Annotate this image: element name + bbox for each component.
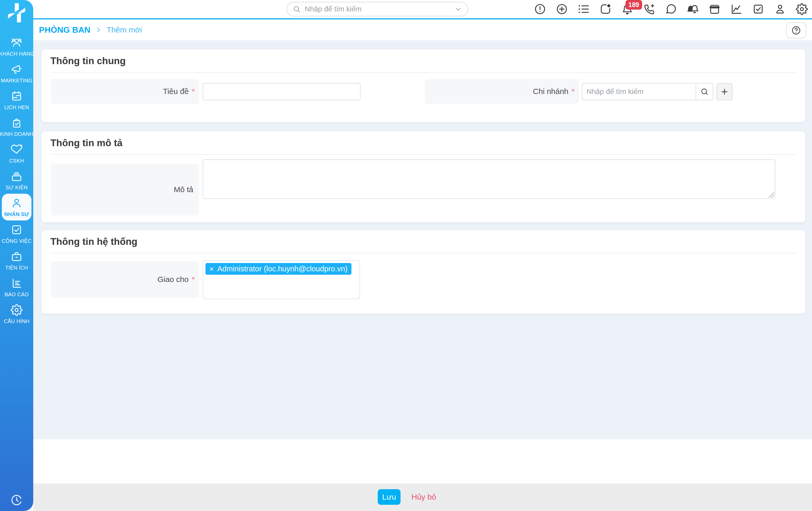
field-label-chi-nhanh: Chi nhánh * — [425, 79, 579, 104]
save-button[interactable]: Lưu — [378, 489, 401, 505]
chi-nhanh-input[interactable] — [582, 84, 696, 100]
sidebar-nav: KHÁCH HÀNG MARKETING LỊCH HẸN KINH DOANH… — [0, 33, 33, 327]
sidebar-item-cau-hinh[interactable]: CẤU HÌNH — [0, 301, 33, 327]
sidebar-item-lich-hen[interactable]: LỊCH HẸN — [0, 87, 33, 114]
field-label-mo-ta: Mô tả — [51, 163, 199, 215]
sales-bag-icon — [11, 117, 23, 129]
customers-icon — [11, 37, 23, 49]
sidebar-item-label: MARKETING — [1, 78, 32, 84]
required-marker: * — [572, 87, 575, 96]
sidebar-item-label: LỊCH HẸN — [4, 104, 29, 110]
report-icon — [11, 277, 23, 289]
assignee-tag-label: Administrator (loc.huynh@cloudpro.vn) — [218, 265, 348, 273]
divider — [50, 253, 796, 253]
sidebar-item-tien-ich[interactable]: TIỆN ÍCH — [0, 247, 33, 274]
sidebar-item-nhan-su[interactable]: NHÂN SỰ — [2, 194, 31, 220]
list-icon[interactable] — [578, 3, 590, 15]
sidebar-item-kinh-doanh[interactable]: KINH DOANH — [0, 114, 33, 140]
footer-buttons: Lưu Hủy bỏ — [378, 489, 436, 505]
sidebar-item-label: BÁO CÁO — [4, 292, 29, 298]
sidebar: KHÁCH HÀNG MARKETING LỊCH HẸN KINH DOANH… — [0, 0, 33, 511]
section-card-description: Thông tin mô tả Mô tả — [41, 131, 805, 222]
notification-count-badge: 189 — [626, 0, 642, 10]
activity-status-icon[interactable] — [600, 3, 611, 15]
remove-tag-icon[interactable]: × — [209, 265, 214, 273]
breadcrumb: PHÒNG BAN Thêm mới — [39, 20, 142, 40]
sidebar-item-khach-hang[interactable]: KHÁCH HÀNG — [0, 33, 33, 60]
lookup-search-button[interactable] — [696, 84, 713, 100]
divider — [50, 72, 796, 73]
mo-ta-textarea-wrap — [203, 159, 775, 199]
mo-ta-textarea[interactable] — [203, 160, 775, 199]
sidebar-item-label: SỰ KIỆN — [6, 185, 28, 190]
settings-gear-icon[interactable] — [796, 3, 808, 15]
sidebar-item-cong-viec[interactable]: CÔNG VIỆC — [0, 220, 33, 247]
chevron-right-icon — [95, 27, 102, 33]
sidebar-item-bao-cao[interactable]: BÁO CÁO — [0, 274, 33, 301]
breadcrumb-current: Thêm mới — [107, 25, 142, 34]
divider — [50, 154, 796, 155]
chevron-down-icon[interactable] — [454, 5, 462, 13]
section-title: Thông tin mô tả — [50, 138, 122, 149]
required-marker: * — [192, 275, 195, 284]
section-card-system: Thông tin hệ thống Giao cho * × Administ… — [41, 230, 805, 314]
field-label-giao-cho: Giao cho * — [51, 261, 199, 298]
alert-seal-icon[interactable] — [534, 3, 546, 15]
global-search-input[interactable] — [305, 5, 450, 13]
assignee-tag: × Administrator (loc.huynh@cloudpro.vn) — [205, 263, 351, 275]
calendar-icon[interactable] — [708, 3, 721, 15]
check-square-icon[interactable] — [752, 3, 764, 15]
add-chi-nhanh-button[interactable]: + — [717, 83, 732, 100]
tieu-de-input[interactable] — [203, 83, 360, 100]
history-clock-icon[interactable] — [10, 494, 23, 506]
person-icon — [11, 197, 23, 209]
giao-cho-multiselect[interactable]: × Administrator (loc.huynh@cloudpro.vn) — [203, 260, 360, 299]
footer-bar: Lưu Hủy bỏ — [33, 483, 812, 511]
global-search[interactable] — [287, 2, 468, 17]
gear-icon — [11, 304, 23, 316]
user-icon[interactable] — [774, 3, 786, 15]
sidebar-item-marketing[interactable]: MARKETING — [0, 60, 33, 87]
heart-icon — [11, 144, 23, 155]
sidebar-item-su-kien[interactable]: SỰ KIỆN — [0, 167, 33, 194]
add-circle-icon[interactable] — [556, 3, 568, 15]
chi-nhanh-lookup — [582, 83, 713, 100]
topbar: 189 — [33, 0, 812, 20]
field-label-tieu-de: Tiêu đề * — [51, 79, 199, 104]
sidebar-item-label: CSKH — [9, 158, 24, 164]
breadcrumb-bar: PHÒNG BAN Thêm mới — [33, 20, 812, 40]
task-check-icon — [11, 224, 23, 236]
notifications-bell-icon[interactable]: 189 — [621, 3, 633, 15]
events-tray-icon — [11, 170, 23, 182]
appointment-calendar-icon — [11, 90, 23, 102]
line-chart-icon[interactable] — [730, 3, 743, 15]
search-icon — [700, 88, 708, 96]
sidebar-item-label: TIỆN ÍCH — [5, 265, 28, 271]
resize-handle[interactable] — [768, 191, 774, 198]
chat-bubble-icon[interactable] — [665, 3, 677, 15]
help-button[interactable] — [786, 22, 806, 39]
breadcrumb-section-link[interactable]: PHÒNG BAN — [39, 25, 90, 35]
help-circle-icon — [791, 25, 801, 35]
ringing-bells-icon[interactable] — [687, 3, 699, 15]
section-title: Thông tin chung — [50, 56, 126, 66]
section-title: Thông tin hệ thống — [50, 236, 137, 247]
topbar-icon-row: 189 — [534, 0, 808, 18]
content-lower-zone — [33, 439, 812, 483]
sidebar-item-label: KHÁCH HÀNG — [0, 51, 34, 57]
cancel-button[interactable]: Hủy bỏ — [411, 492, 436, 501]
sidebar-item-label: KINH DOANH — [0, 131, 33, 137]
sidebar-item-label: CẤU HÌNH — [4, 318, 29, 324]
section-card-general: Thông tin chung Tiêu đề * Chi nhánh * + — [41, 49, 805, 122]
required-marker: * — [192, 87, 195, 96]
sidebar-item-cskh[interactable]: CSKH — [0, 140, 33, 167]
briefcase-icon — [11, 250, 23, 263]
app-logo-icon[interactable] — [7, 3, 27, 24]
search-icon — [293, 5, 300, 13]
add-call-phone-icon[interactable] — [643, 3, 655, 15]
sidebar-item-label: CÔNG VIỆC — [2, 238, 32, 244]
sidebar-item-label: NHÂN SỰ — [4, 211, 29, 217]
megaphone-icon — [11, 63, 23, 75]
